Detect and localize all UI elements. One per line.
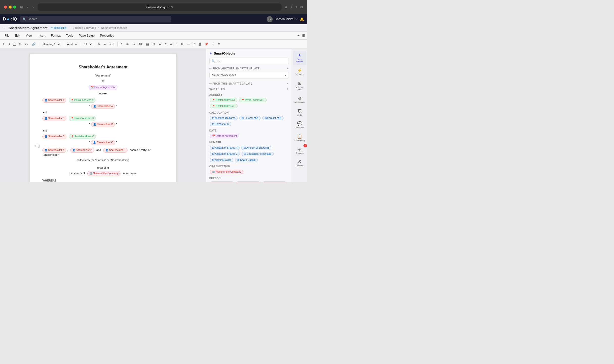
tab-smartobjects[interactable]: ✦ Smart Objects — [293, 51, 306, 65]
tab-automation[interactable]: ⚙ Automation — [293, 94, 306, 106]
tab-versions-label: Versions — [296, 165, 303, 167]
embed-button[interactable]: </> — [137, 42, 144, 47]
search-bar[interactable]: 🔍 Search — [20, 16, 171, 22]
filter-input[interactable]: 🔍 filter — [209, 58, 289, 64]
divider-insert-button[interactable]: — — [186, 42, 191, 47]
menu-view[interactable]: View — [23, 33, 35, 38]
address-bar[interactable]: 🛡 www.dociq.io ↻ — [38, 4, 281, 11]
var-postal-address-b[interactable]: 📍 Postal Address B — [239, 98, 267, 102]
underline-button[interactable]: U — [12, 42, 17, 47]
menu-tools[interactable]: Tools — [64, 33, 76, 38]
from-another-collapse[interactable]: ∧ — [287, 67, 289, 70]
var-postal-address-a[interactable]: 📍 Postal Address A — [210, 98, 237, 102]
sha-inline-chip[interactable]: 👤 Shareholder A — [42, 148, 66, 153]
tab-changes[interactable]: ◈ Changes 8 — [293, 145, 306, 157]
tab-snippets[interactable]: ⚡ Snippets — [293, 66, 306, 78]
menu-properties[interactable]: Properties — [98, 33, 117, 38]
var-nominal-value[interactable]: ⊞ Nominal Value — [210, 158, 233, 162]
pin-button[interactable]: 📌 — [203, 42, 210, 47]
var-percent-of-b[interactable]: ⊞ Percent of B — [262, 116, 284, 120]
new-tab-icon[interactable]: + — [295, 5, 297, 9]
heading-style-select[interactable]: Heading 1 — [41, 42, 61, 46]
align-center-button[interactable]: ≡ — [163, 42, 168, 47]
tabs-icon[interactable]: ⧉ — [300, 5, 303, 9]
shc-inline-chip[interactable]: 👤 Shareholder C — [103, 148, 127, 153]
var-amount-shares-b[interactable]: ⊞ Amount of Shares B — [241, 146, 271, 150]
menu-insert[interactable]: Insert — [35, 33, 48, 38]
variables-collapse[interactable]: ∧ — [287, 87, 289, 91]
date-of-agreement-chip[interactable]: 📅 Date of Agreement — [89, 85, 117, 90]
share-icon[interactable]: ⤴ — [291, 5, 292, 9]
indent-button[interactable]: ⇥ — [131, 42, 136, 47]
line-spacing-button[interactable]: ↕ — [175, 42, 179, 47]
more-button[interactable]: ⊕ — [217, 42, 222, 47]
shareholder-c-var-chip[interactable]: 👤 Shareholder C — [91, 140, 115, 145]
workspace-select[interactable]: Select Workspace ▾ — [209, 72, 289, 79]
var-shareholder-c[interactable]: 👤 Shareholder C — [262, 181, 287, 182]
tab-activity-log[interactable]: 📋 Activity Log — [293, 132, 306, 144]
font-select[interactable]: Arial — [65, 42, 78, 46]
shareholder-b-chip[interactable]: 👤 Shareholder B — [42, 116, 66, 121]
var-amount-shares-a[interactable]: ⊞ Amount of Shares A — [210, 146, 240, 150]
sidebar-toggle[interactable]: ⊞ — [19, 4, 24, 10]
special-button[interactable]: ✦ — [211, 42, 216, 47]
var-number-of-shares[interactable]: ⊞ Number of Shares — [210, 116, 238, 120]
menu-format[interactable]: Format — [48, 33, 63, 38]
shape-button[interactable]: □ — [192, 42, 197, 47]
back-button[interactable]: ← — [3, 26, 7, 30]
format-clear-button[interactable]: ⌫ — [109, 42, 116, 47]
back-nav[interactable]: ‹ — [26, 4, 30, 10]
shb-inline-chip[interactable]: 👤 Shareholder B — [70, 148, 94, 153]
postal-address-c-chip[interactable]: 📍 Postal Address C — [69, 134, 96, 139]
shareholder-a-var-chip[interactable]: 👤 Shareholder A — [91, 104, 115, 109]
forward-nav[interactable]: › — [32, 4, 35, 10]
var-percent-of-a[interactable]: ⊞ Percent of A — [239, 116, 260, 120]
tab-versions[interactable]: ⏱ Versions — [293, 158, 306, 169]
postal-address-b-chip[interactable]: 📍 Postal Address B — [69, 116, 96, 121]
var-name-of-company[interactable]: 🏢 Name of the Company — [210, 170, 243, 174]
minimize-button[interactable] — [9, 6, 12, 9]
var-shareholder-b[interactable]: 👤 Shareholder B — [236, 181, 260, 182]
tab-prefill[interactable]: ⊞ Prefill with data — [293, 79, 306, 93]
var-postal-address-c[interactable]: 📍 Postal Address C — [210, 104, 238, 108]
postal-address-a-chip[interactable]: 📍 Postal Address A — [69, 98, 96, 103]
shareholder-c-chip[interactable]: 👤 Shareholder C — [42, 134, 66, 139]
formula-button[interactable]: {} — [198, 42, 202, 47]
var-liberation-percentage[interactable]: ⊞ Liberation Percentage — [242, 152, 274, 156]
shareholder-b-var-chip[interactable]: 👤 Shareholder B — [91, 122, 115, 127]
menu-icon[interactable]: ☰ — [302, 34, 305, 37]
strikethrough-button[interactable]: S — [18, 42, 22, 47]
highlight-button[interactable]: ▲ — [102, 42, 108, 47]
download-icon[interactable]: ⬇ — [285, 5, 288, 9]
var-percent-of-c[interactable]: ⊞ Percent of C — [210, 122, 231, 126]
maximize-button[interactable] — [13, 6, 16, 9]
var-date-of-agreement[interactable]: 📅 Date of Agreement — [210, 134, 239, 138]
numbered-list-button[interactable]: ① — [125, 42, 130, 47]
font-size-select[interactable]: 11 — [82, 42, 93, 46]
notification-icon[interactable]: 🔔 — [300, 17, 304, 21]
menu-page-setup[interactable]: Page Setup — [76, 33, 97, 38]
tab-media[interactable]: 🖼 Media — [293, 107, 306, 118]
italic-button[interactable]: I — [8, 42, 11, 47]
tab-comments[interactable]: 💬 Comments — [293, 119, 306, 131]
align-right-button[interactable]: ➡ — [169, 42, 174, 47]
align-left-button[interactable]: ⬅ — [157, 42, 162, 47]
menu-file[interactable]: File — [2, 33, 12, 38]
var-amount-shares-c[interactable]: ⊞ Amount of Shares C — [210, 152, 240, 156]
code-button[interactable]: <> — [23, 42, 30, 47]
link-button[interactable]: 🔗 — [31, 42, 37, 47]
table-button[interactable]: ▦ — [145, 42, 150, 47]
name-of-company-chip[interactable]: 🏢 Name of the Company — [87, 171, 120, 176]
var-shareholder-a[interactable]: 👤 Shareholder A — [210, 181, 234, 182]
bold-button[interactable]: B — [2, 42, 7, 47]
text-color-button[interactable]: A — [97, 42, 101, 47]
columns-button[interactable]: ⊞ — [180, 42, 185, 47]
shareholder-a-chip[interactable]: 👤 Shareholder A — [42, 98, 66, 103]
from-this-collapse[interactable]: ∧ — [287, 82, 289, 85]
preview-icon[interactable]: 👁 — [297, 34, 300, 37]
menu-edit[interactable]: Edit — [12, 33, 23, 38]
align-button[interactable]: ⊡ — [151, 42, 156, 47]
var-share-capital[interactable]: ⊞ Share Capital — [235, 158, 258, 162]
close-button[interactable] — [4, 6, 7, 9]
bullet-list-button[interactable]: ≡ — [119, 42, 124, 47]
